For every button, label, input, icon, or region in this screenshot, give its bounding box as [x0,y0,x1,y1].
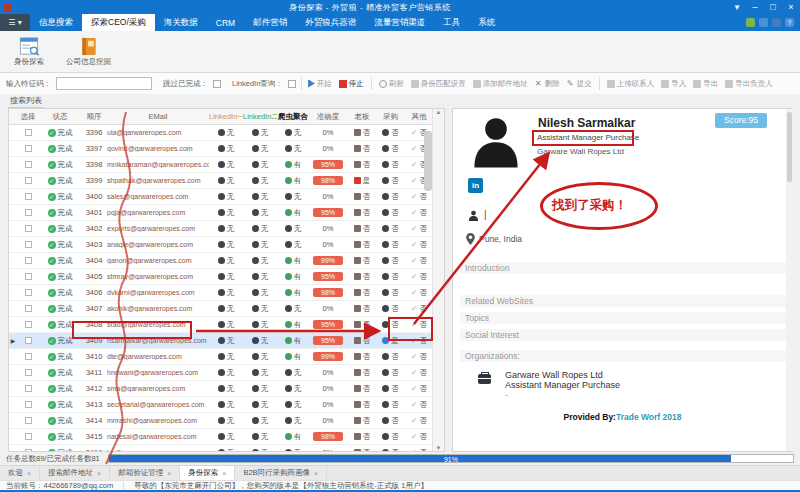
select-cell[interactable] [17,209,39,216]
linkedin-icon[interactable]: in [468,178,483,193]
app-menu-button[interactable]: ☰ ▾ [0,14,30,31]
minimize-button[interactable]: – [746,1,764,13]
score-badge[interactable]: Score:95 [715,113,767,128]
toolbar-button-delete[interactable]: ✕删除 [535,79,560,89]
table-row[interactable]: ✓完成3400sales@garwareropes.com无无无0%否否✓否 [9,189,432,205]
column-header-LinkedIn一级[interactable]: LinkedIn一级 [209,112,243,122]
toolbar-button-play[interactable]: 开始 [307,79,332,89]
panel-scrollbar-thumb[interactable] [787,112,792,182]
toolbar-button-export[interactable]: 导出 [693,79,718,89]
menu-tab-探索CEO/采购[interactable]: 探索CEO/采购 [82,14,155,31]
tab-close-icon[interactable]: × [167,470,171,477]
toolbar-button-stop[interactable]: 停止 [339,79,364,89]
row-checkbox[interactable] [25,417,32,424]
row-checkbox[interactable] [25,321,32,328]
select-cell[interactable] [17,193,39,200]
select-cell[interactable] [17,241,39,248]
table-row[interactable]: ✓完成3407akohik@garwareropes.com无无无0%否否✓否 [9,301,432,317]
select-cell[interactable] [17,273,39,280]
select-cell[interactable] [17,145,39,152]
row-checkbox[interactable] [25,449,32,451]
column-header-爬虫聚合[interactable]: 爬虫聚合 [277,112,309,122]
company-info-mining-button[interactable]: 公司信息挖掘 [62,34,115,69]
column-header-顺序[interactable]: 顺序 [81,112,107,122]
tab-close-icon[interactable]: × [27,470,31,477]
provided-by-link[interactable]: Trade Worf 2018 [616,412,682,422]
skin-icon[interactable] [759,18,768,27]
bottom-tab-欢迎[interactable]: 欢迎× [0,466,40,480]
search-list-tab[interactable]: 搜索列表 [8,95,44,108]
table-row[interactable]: ✓完成3404ganon@garwareropes.com无无有99%否否✓否 [9,253,432,269]
toolbar-button-edit[interactable]: ✎提交 [567,79,592,89]
select-cell[interactable] [17,305,39,312]
skip-finished-checkbox[interactable] [213,80,221,88]
row-checkbox[interactable] [25,177,32,184]
scrollbar-thumb[interactable] [424,131,432,191]
bottom-tab-搜索邮件地址[interactable]: 搜索邮件地址× [40,466,110,480]
table-row[interactable]: ✓完成3416ho@garwareropes.com无无无0%否否✓否 [9,445,432,451]
bottom-tab-身份探索[interactable]: 身份探索× [180,466,235,480]
column-header-老板[interactable]: 老板 [347,112,377,122]
menu-tab-信息搜索[interactable]: 信息搜索 [30,14,82,31]
select-cell[interactable] [17,385,39,392]
menu-tab-流量营销渠道[interactable]: 流量营销渠道 [365,14,434,31]
table-row[interactable]: ✓完成3398mnikataraman@garwareropes.com无无有9… [9,157,432,173]
table-row[interactable]: ✓完成3411hndwani@garwareropes.com无无无0%否否✓否 [9,365,432,381]
select-cell[interactable] [17,129,39,136]
select-cell[interactable] [17,449,39,451]
feedback-icon[interactable] [746,18,755,27]
menu-tab-海关数据[interactable]: 海关数据 [155,14,207,31]
close-button[interactable]: × [782,1,800,13]
menu-tab-外贸狼兵器谱[interactable]: 外贸狼兵器谱 [296,14,365,31]
table-row[interactable]: ✓完成3414mnrashi@garwareropes.com无无无0%否否✓否 [9,413,432,429]
help-icon[interactable]: ? [785,18,794,27]
table-row[interactable]: ✓完成3402exports@garwareropes.com无无无0%否否✓否 [9,221,432,237]
select-cell[interactable] [17,321,39,328]
select-cell[interactable] [17,225,39,232]
tab-close-icon[interactable]: × [222,470,226,477]
column-header-其他[interactable]: 其他 [404,112,432,122]
row-checkbox[interactable] [25,401,32,408]
toolbar-button-export-owner[interactable]: 导出负责人 [725,79,773,89]
row-checkbox[interactable] [25,385,32,392]
select-cell[interactable] [17,369,39,376]
table-row[interactable]: ✓完成3405stmray@garwareropes.com无无有95%否否✓否 [9,269,432,285]
select-cell[interactable] [17,257,39,264]
menu-tab-系统[interactable]: 系统 [469,14,504,31]
scroll-up-icon[interactable]: ▲ [436,109,442,115]
window-style-icon[interactable]: ▾ [728,1,746,13]
tab-close-icon[interactable]: × [314,470,318,477]
bottom-tab-邮箱验证管理[interactable]: 邮箱验证管理× [110,466,180,480]
toolbar-button-settings[interactable]: 身份匹配设置 [411,79,466,89]
column-header-LinkedIn二级[interactable]: LinkedIn二级 [243,112,277,122]
menu-tab-邮件营销[interactable]: 邮件营销 [244,14,296,31]
row-checkbox[interactable] [25,289,32,296]
select-cell[interactable] [17,433,39,440]
row-checkbox[interactable] [25,337,32,344]
column-header-采购[interactable]: 采购 [377,112,404,122]
table-row[interactable]: ✓完成3413secretarial@garwareropes.com无无无0%… [9,397,432,413]
toolbar-button-add-mail[interactable]: 添加邮件地址 [473,79,528,89]
feature-code-input[interactable] [56,77,152,90]
select-cell[interactable] [17,353,39,360]
table-row[interactable]: ✓完成3410dte@garwareropes.com无无有99%否否✓否 [9,349,432,365]
select-cell[interactable] [17,401,39,408]
table-row[interactable]: ✓完成3397govind@garwareropes.com无无无0%否否✓否 [9,141,432,157]
row-checkbox[interactable] [25,193,32,200]
table-row[interactable]: ✓完成3412sma@garwareropes.com无无无0%否否✓否 [9,381,432,397]
toolbar-button-import[interactable]: 导入 [661,79,686,89]
select-cell[interactable] [17,177,39,184]
table-row[interactable]: ✓完成3406dvkarni@garwareropes.com无无有98%否否✓… [9,285,432,301]
column-header-状态[interactable]: 状态 [39,112,81,122]
linkedin-query-checkbox[interactable] [288,80,296,88]
select-cell[interactable] [17,289,39,296]
table-row[interactable]: ✓完成3408srad@garwareropes.com无无有95%否否✓否 [9,317,432,333]
row-checkbox[interactable] [25,257,32,264]
lock-icon[interactable] [772,18,781,27]
maximize-button[interactable]: □ [764,1,782,13]
row-checkbox[interactable] [25,305,32,312]
row-checkbox[interactable] [25,433,32,440]
row-checkbox[interactable] [25,161,32,168]
table-scrollbar[interactable]: ▲ ▼ [432,109,444,451]
menu-tab-CRM[interactable]: CRM [207,14,244,31]
